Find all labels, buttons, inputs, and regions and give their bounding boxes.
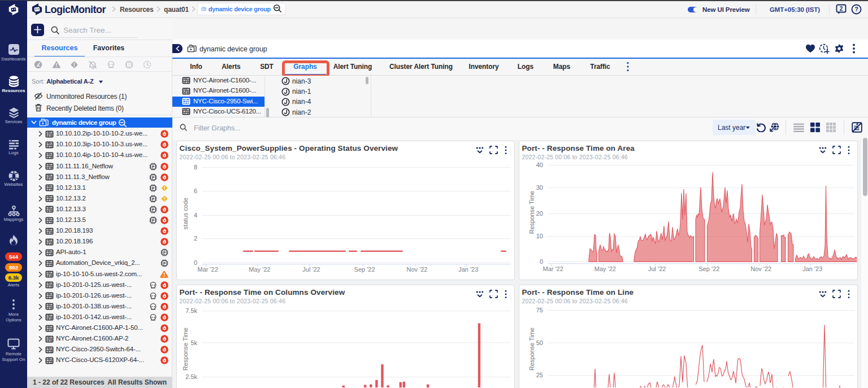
svg-text:Mar '22: Mar '22 (198, 266, 218, 273)
svg-text:May '22: May '22 (249, 266, 270, 273)
svg-text:7.5k: 7.5k (185, 307, 197, 314)
svg-text:5k: 5k (190, 339, 197, 346)
svg-text:25: 25 (536, 372, 543, 378)
svg-text:40: 40 (536, 162, 543, 168)
svg-text:Sep '22: Sep '22 (354, 266, 375, 273)
svg-text:Jul '22: Jul '22 (302, 266, 320, 273)
svg-text:6: 6 (194, 188, 197, 194)
svg-text:May '22: May '22 (594, 265, 616, 272)
svg-text:2: 2 (194, 235, 197, 242)
svg-text:0: 0 (194, 259, 197, 266)
svg-text:20: 20 (536, 210, 543, 217)
svg-text:Sep '22: Sep '22 (698, 265, 719, 272)
svg-text:50: 50 (536, 339, 543, 346)
svg-text:Jul '22: Jul '22 (648, 265, 666, 272)
svg-text:Jan '23: Jan '23 (802, 265, 822, 272)
svg-text:75: 75 (536, 307, 543, 313)
svg-text:Mar '22: Mar '22 (543, 265, 563, 272)
svg-text:30: 30 (536, 184, 543, 191)
svg-text:4: 4 (194, 212, 197, 219)
svg-text:Nov '22: Nov '22 (750, 265, 771, 272)
svg-text:Jan '23: Jan '23 (458, 266, 478, 273)
svg-text:10: 10 (536, 233, 543, 239)
svg-text:8: 8 (194, 164, 197, 171)
svg-text:2.5k: 2.5k (185, 373, 197, 380)
svg-text:0: 0 (540, 258, 543, 265)
svg-text:Nov '22: Nov '22 (407, 266, 428, 273)
